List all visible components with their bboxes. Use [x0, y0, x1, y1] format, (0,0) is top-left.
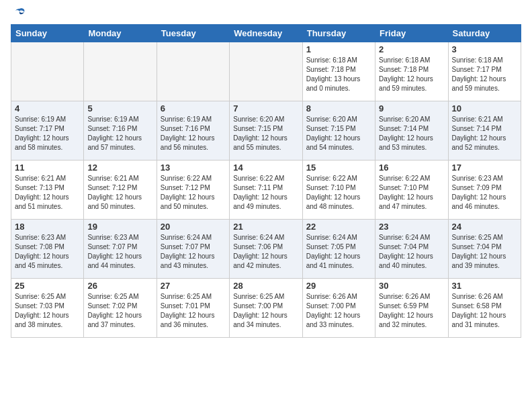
day-info: Sunrise: 6:23 AM Sunset: 7:09 PM Dayligh… — [452, 174, 517, 212]
col-friday: Friday — [375, 25, 448, 42]
day-info: Sunrise: 6:20 AM Sunset: 7:15 PM Dayligh… — [306, 115, 371, 152]
calendar-day-cell: 21Sunrise: 6:24 AM Sunset: 7:06 PM Dayli… — [230, 220, 302, 279]
col-saturday: Saturday — [448, 25, 521, 42]
calendar-day-cell — [84, 42, 157, 101]
day-number: 11 — [15, 163, 80, 173]
header-row: Sunday Monday Tuesday Wednesday Thursday… — [11, 25, 521, 42]
day-number: 16 — [379, 163, 444, 173]
calendar-day-cell: 20Sunrise: 6:24 AM Sunset: 7:07 PM Dayli… — [157, 220, 229, 279]
calendar-day-cell: 28Sunrise: 6:25 AM Sunset: 7:00 PM Dayli… — [230, 279, 302, 338]
day-info: Sunrise: 6:26 AM Sunset: 6:58 PM Dayligh… — [452, 292, 517, 330]
day-number: 6 — [161, 103, 226, 113]
calendar-day-cell: 11Sunrise: 6:21 AM Sunset: 7:13 PM Dayli… — [11, 161, 84, 220]
logo — [11, 9, 27, 21]
day-number: 1 — [306, 44, 371, 54]
day-number: 20 — [161, 222, 226, 232]
day-info: Sunrise: 6:21 AM Sunset: 7:12 PM Dayligh… — [87, 174, 152, 212]
day-number: 25 — [15, 281, 80, 291]
calendar-day-cell: 2Sunrise: 6:18 AM Sunset: 7:18 PM Daylig… — [375, 42, 448, 101]
day-info: Sunrise: 6:24 AM Sunset: 7:05 PM Dayligh… — [306, 233, 371, 271]
col-sunday: Sunday — [11, 25, 84, 42]
day-info: Sunrise: 6:24 AM Sunset: 7:06 PM Dayligh… — [233, 233, 298, 271]
logo-row — [11, 9, 27, 21]
day-info: Sunrise: 6:18 AM Sunset: 7:17 PM Dayligh… — [452, 56, 517, 93]
calendar-day-cell: 23Sunrise: 6:24 AM Sunset: 7:04 PM Dayli… — [375, 220, 448, 279]
day-number: 2 — [379, 44, 444, 54]
day-number: 28 — [233, 281, 298, 291]
day-number: 21 — [233, 222, 298, 232]
day-info: Sunrise: 6:20 AM Sunset: 7:14 PM Dayligh… — [379, 115, 444, 152]
calendar-day-cell: 19Sunrise: 6:23 AM Sunset: 7:07 PM Dayli… — [84, 220, 157, 279]
day-info: Sunrise: 6:25 AM Sunset: 7:03 PM Dayligh… — [15, 292, 80, 330]
day-number: 24 — [452, 222, 517, 232]
calendar-day-cell: 16Sunrise: 6:22 AM Sunset: 7:10 PM Dayli… — [375, 161, 448, 220]
day-number: 19 — [87, 222, 152, 232]
calendar-week-row: 4Sunrise: 6:19 AM Sunset: 7:17 PM Daylig… — [11, 101, 521, 161]
calendar-day-cell: 22Sunrise: 6:24 AM Sunset: 7:05 PM Dayli… — [302, 220, 375, 279]
day-info: Sunrise: 6:21 AM Sunset: 7:13 PM Dayligh… — [15, 174, 80, 212]
logo-bird-icon — [12, 7, 27, 21]
day-info: Sunrise: 6:18 AM Sunset: 7:18 PM Dayligh… — [379, 56, 444, 93]
calendar-day-cell: 24Sunrise: 6:25 AM Sunset: 7:04 PM Dayli… — [448, 220, 521, 279]
day-number: 23 — [379, 222, 444, 232]
day-info: Sunrise: 6:25 AM Sunset: 7:02 PM Dayligh… — [87, 292, 152, 330]
day-number: 31 — [452, 281, 517, 291]
day-info: Sunrise: 6:18 AM Sunset: 7:18 PM Dayligh… — [306, 56, 371, 93]
col-tuesday: Tuesday — [157, 25, 229, 42]
day-number: 13 — [161, 163, 226, 173]
calendar-day-cell: 18Sunrise: 6:23 AM Sunset: 7:08 PM Dayli… — [11, 220, 84, 279]
calendar-day-cell: 9Sunrise: 6:20 AM Sunset: 7:14 PM Daylig… — [375, 101, 448, 161]
day-number: 30 — [379, 281, 444, 291]
day-info: Sunrise: 6:19 AM Sunset: 7:16 PM Dayligh… — [87, 115, 152, 152]
calendar-week-row: 18Sunrise: 6:23 AM Sunset: 7:08 PM Dayli… — [11, 220, 521, 279]
day-info: Sunrise: 6:19 AM Sunset: 7:17 PM Dayligh… — [15, 115, 80, 152]
calendar-day-cell: 29Sunrise: 6:26 AM Sunset: 7:00 PM Dayli… — [302, 279, 375, 338]
day-info: Sunrise: 6:25 AM Sunset: 7:00 PM Dayligh… — [233, 292, 298, 330]
day-number: 18 — [15, 222, 80, 232]
header-area — [11, 7, 521, 21]
day-info: Sunrise: 6:19 AM Sunset: 7:16 PM Dayligh… — [161, 115, 226, 152]
day-info: Sunrise: 6:22 AM Sunset: 7:10 PM Dayligh… — [306, 174, 371, 212]
day-number: 12 — [87, 163, 152, 173]
page: Sunday Monday Tuesday Wednesday Thursday… — [0, 0, 532, 345]
calendar-day-cell: 7Sunrise: 6:20 AM Sunset: 7:15 PM Daylig… — [230, 101, 302, 161]
calendar-day-cell: 12Sunrise: 6:21 AM Sunset: 7:12 PM Dayli… — [84, 161, 157, 220]
day-info: Sunrise: 6:26 AM Sunset: 7:00 PM Dayligh… — [306, 292, 371, 330]
day-info: Sunrise: 6:22 AM Sunset: 7:12 PM Dayligh… — [161, 174, 226, 212]
calendar-day-cell: 27Sunrise: 6:25 AM Sunset: 7:01 PM Dayli… — [157, 279, 229, 338]
col-monday: Monday — [84, 25, 157, 42]
day-info: Sunrise: 6:22 AM Sunset: 7:11 PM Dayligh… — [233, 174, 298, 212]
day-number: 3 — [452, 44, 517, 54]
calendar-week-row: 11Sunrise: 6:21 AM Sunset: 7:13 PM Dayli… — [11, 161, 521, 220]
calendar-day-cell: 26Sunrise: 6:25 AM Sunset: 7:02 PM Dayli… — [84, 279, 157, 338]
calendar-day-cell: 14Sunrise: 6:22 AM Sunset: 7:11 PM Dayli… — [230, 161, 302, 220]
col-wednesday: Wednesday — [230, 25, 302, 42]
calendar-day-cell: 5Sunrise: 6:19 AM Sunset: 7:16 PM Daylig… — [84, 101, 157, 161]
calendar-day-cell: 13Sunrise: 6:22 AM Sunset: 7:12 PM Dayli… — [157, 161, 229, 220]
day-number: 26 — [87, 281, 152, 291]
calendar-day-cell — [11, 42, 84, 101]
calendar-day-cell: 4Sunrise: 6:19 AM Sunset: 7:17 PM Daylig… — [11, 101, 84, 161]
day-info: Sunrise: 6:23 AM Sunset: 7:08 PM Dayligh… — [15, 233, 80, 271]
calendar-day-cell: 1Sunrise: 6:18 AM Sunset: 7:18 PM Daylig… — [302, 42, 375, 101]
calendar-day-cell: 10Sunrise: 6:21 AM Sunset: 7:14 PM Dayli… — [448, 101, 521, 161]
col-thursday: Thursday — [302, 25, 375, 42]
day-number: 9 — [379, 103, 444, 113]
day-info: Sunrise: 6:20 AM Sunset: 7:15 PM Dayligh… — [233, 115, 298, 152]
day-number: 29 — [306, 281, 371, 291]
day-info: Sunrise: 6:23 AM Sunset: 7:07 PM Dayligh… — [87, 233, 152, 271]
day-info: Sunrise: 6:24 AM Sunset: 7:07 PM Dayligh… — [161, 233, 226, 271]
day-info: Sunrise: 6:22 AM Sunset: 7:10 PM Dayligh… — [379, 174, 444, 212]
calendar-week-row: 1Sunrise: 6:18 AM Sunset: 7:18 PM Daylig… — [11, 42, 521, 101]
calendar-week-row: 25Sunrise: 6:25 AM Sunset: 7:03 PM Dayli… — [11, 279, 521, 338]
day-number: 5 — [87, 103, 152, 113]
calendar-day-cell: 3Sunrise: 6:18 AM Sunset: 7:17 PM Daylig… — [448, 42, 521, 101]
day-number: 7 — [233, 103, 298, 113]
day-number: 10 — [452, 103, 517, 113]
calendar-day-cell: 25Sunrise: 6:25 AM Sunset: 7:03 PM Dayli… — [11, 279, 84, 338]
day-info: Sunrise: 6:26 AM Sunset: 6:59 PM Dayligh… — [379, 292, 444, 330]
calendar-day-cell — [230, 42, 302, 101]
calendar-day-cell: 17Sunrise: 6:23 AM Sunset: 7:09 PM Dayli… — [448, 161, 521, 220]
calendar-day-cell: 6Sunrise: 6:19 AM Sunset: 7:16 PM Daylig… — [157, 101, 229, 161]
day-info: Sunrise: 6:25 AM Sunset: 7:01 PM Dayligh… — [161, 292, 226, 330]
